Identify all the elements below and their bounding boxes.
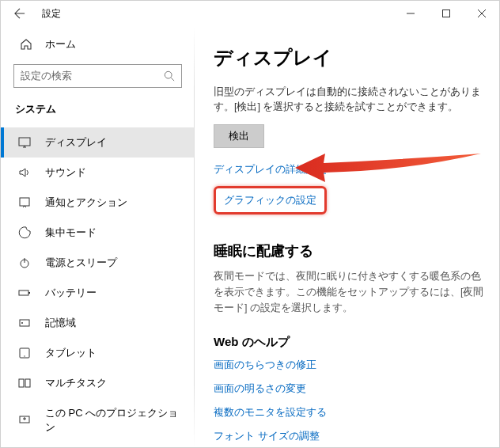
graphics-settings-link[interactable]: グラフィックの設定 [224, 193, 316, 207]
nav-label: 通知とアクション [45, 196, 127, 210]
sidebar-item-shared[interactable]: 共有エクスペリエンス [1, 442, 195, 448]
display-icon [18, 136, 31, 149]
home-link[interactable]: ホーム [1, 31, 195, 58]
tablet-icon [18, 347, 31, 359]
svg-rect-0 [442, 10, 449, 17]
sidebar-item-storage[interactable]: 記憶域 [1, 308, 195, 338]
home-label: ホーム [45, 37, 76, 51]
nav-label: バッテリー [45, 286, 97, 300]
svg-point-8 [21, 322, 23, 324]
sidebar-item-display[interactable]: ディスプレイ [1, 127, 195, 158]
svg-rect-3 [20, 198, 29, 206]
power-icon [18, 256, 31, 269]
web-help-title: Web のヘルプ [214, 335, 487, 350]
arrow-left-icon [14, 8, 25, 19]
web-help-link[interactable]: 画面の明るさの変更 [214, 382, 487, 396]
search-input[interactable]: 設定の検索 [13, 64, 182, 88]
page-description: 旧型のディスプレイは自動的に接続されないことがあります。[検出] を選択すると接… [214, 85, 487, 115]
sidebar-item-sound[interactable]: サウンド [1, 158, 195, 188]
minimize-icon [407, 9, 415, 17]
advanced-display-link[interactable]: ディスプレイの詳細設定 [214, 162, 487, 177]
nav-label: 記憶域 [45, 316, 76, 330]
annotation-highlight: グラフィックの設定 [214, 186, 327, 215]
sidebar-item-multitask[interactable]: マルチタスク [1, 368, 195, 398]
nav-label: この PC へのプロジェクション [45, 406, 180, 435]
sidebar-item-power[interactable]: 電源とスリープ [1, 248, 195, 278]
nav-label: ディスプレイ [45, 135, 107, 150]
web-help-link[interactable]: フォント サイズの調整 [214, 429, 487, 443]
notification-icon [18, 196, 31, 209]
sidebar-item-notifications[interactable]: 通知とアクション [1, 188, 195, 218]
storage-icon [18, 317, 31, 329]
search-icon [164, 70, 175, 82]
web-help-link[interactable]: 複数のモニタを設定する [214, 405, 487, 420]
nav-label: 集中モード [45, 226, 97, 240]
home-icon [20, 38, 32, 51]
detect-button[interactable]: 検出 [214, 124, 264, 148]
nav-label: マルチタスク [45, 376, 107, 390]
sleep-section-desc: 夜間モードでは、夜間に眠りに付きやすくする暖色系の色を表示できます。この機能をセ… [214, 268, 487, 316]
maximize-icon [442, 9, 450, 17]
svg-rect-2 [19, 138, 30, 146]
svg-rect-5 [19, 290, 28, 295]
back-button[interactable] [7, 1, 32, 26]
close-button[interactable] [464, 1, 499, 26]
sound-icon [18, 166, 31, 179]
sidebar-item-tablet[interactable]: タブレット [1, 338, 195, 368]
sidebar-item-battery[interactable]: バッテリー [1, 278, 195, 308]
svg-rect-11 [19, 379, 24, 387]
svg-rect-6 [28, 292, 30, 294]
sidebar-item-projection[interactable]: この PC へのプロジェクション [1, 398, 195, 442]
category-label: システム [1, 97, 195, 127]
maximize-button[interactable] [428, 1, 464, 26]
search-placeholder: 設定の検索 [21, 69, 72, 83]
multitask-icon [18, 377, 31, 389]
battery-icon [18, 287, 31, 299]
web-help-link[interactable]: 画面のちらつきの修正 [214, 358, 487, 372]
minimize-button[interactable] [392, 1, 428, 26]
nav-label: タブレット [45, 346, 97, 360]
svg-point-1 [165, 71, 172, 78]
sidebar-item-focus[interactable]: 集中モード [1, 218, 195, 248]
svg-point-10 [24, 355, 25, 356]
close-icon [478, 9, 486, 17]
sleep-section-title: 睡眠に配慮する [214, 241, 487, 260]
projection-icon [18, 414, 31, 427]
svg-rect-12 [25, 379, 30, 387]
focus-icon [18, 226, 31, 239]
page-title: ディスプレイ [214, 45, 487, 70]
nav-label: サウンド [45, 165, 86, 180]
window-title: 設定 [42, 7, 61, 21]
nav-label: 電源とスリープ [45, 256, 117, 270]
svg-rect-7 [20, 320, 29, 326]
